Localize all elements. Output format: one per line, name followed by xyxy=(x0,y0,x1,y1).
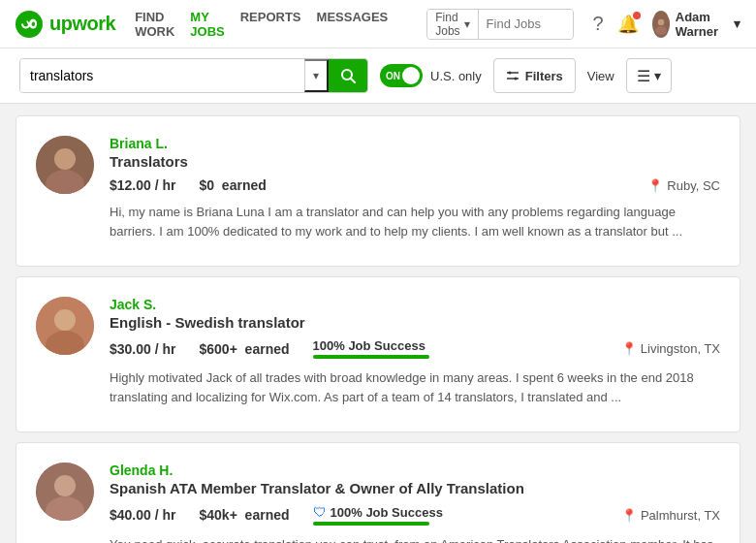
hourly-rate: $30.00 / hr xyxy=(110,341,176,357)
total-earned: $40k+ earned xyxy=(200,507,290,523)
upwork-logo[interactable]: upwork xyxy=(16,11,115,38)
svg-point-7 xyxy=(508,72,511,75)
location-pin-icon: 📍 xyxy=(647,178,663,193)
hourly-rate: $40.00 / hr xyxy=(110,507,176,523)
nav-messages[interactable]: MESSAGES xyxy=(317,10,389,39)
job-success-fill xyxy=(313,522,429,526)
nav-links: FIND WORK MY JOBS REPORTS MESSAGES xyxy=(135,10,388,39)
freelancer-description: Hi, my name is Briana Luna I am a transl… xyxy=(110,203,720,240)
svg-line-4 xyxy=(351,79,355,82)
user-name: Adam Warner xyxy=(676,10,728,39)
chevron-down-icon: ▾ xyxy=(464,17,470,31)
freelancer-card: Jack S. English - Swedish translator $30… xyxy=(16,276,740,432)
total-earned: $600+ earned xyxy=(200,341,290,357)
avatar xyxy=(36,297,94,355)
shield-icon: 🛡 xyxy=(313,504,327,520)
freelancer-title: Translators xyxy=(110,153,720,170)
location-pin-icon: 📍 xyxy=(621,341,637,356)
nav-search-input[interactable] xyxy=(479,10,574,39)
search-submit-btn[interactable] xyxy=(329,58,367,93)
top-navigation: upwork FIND WORK MY JOBS REPORTS MESSAGE… xyxy=(0,0,756,48)
freelancer-name[interactable]: Jack S. xyxy=(110,297,720,312)
card-meta: $30.00 / hr $600+ earned 100% Job Succes… xyxy=(110,338,720,359)
freelancer-name[interactable]: Briana L. xyxy=(110,136,720,151)
job-success: 100% Job Success xyxy=(313,338,429,359)
svg-point-8 xyxy=(514,78,517,80)
card-meta: $40.00 / hr $40k+ earned 🛡 100% Job Succ… xyxy=(110,504,720,526)
nav-find-work[interactable]: FIND WORK xyxy=(135,10,174,39)
filters-label: Filters xyxy=(525,69,563,83)
svg-point-16 xyxy=(54,475,76,496)
card-meta: $12.00 / hr $0 earned 📍 Ruby, SC xyxy=(110,177,720,193)
freelancer-description: Highly motivated Jack of all trades with… xyxy=(110,368,720,406)
toggle-knob xyxy=(402,67,420,84)
us-only-toggle[interactable]: ON xyxy=(380,64,423,87)
logo-text: upwork xyxy=(49,13,115,35)
freelancer-card: Glenda H. Spanish ATA Member Translator … xyxy=(16,442,740,543)
avatar xyxy=(652,11,670,38)
view-label: View xyxy=(587,69,614,83)
freelancer-name[interactable]: Glenda H. xyxy=(110,463,720,478)
total-earned: $0 earned xyxy=(200,177,267,193)
filters-button[interactable]: Filters xyxy=(493,58,576,93)
help-icon[interactable]: ? xyxy=(593,13,604,35)
job-success-bar xyxy=(313,355,429,359)
search-wrap: translators ▾ xyxy=(19,58,368,93)
location: 📍 Ruby, SC xyxy=(647,178,720,193)
freelancer-list: Briana L. Translators $12.00 / hr $0 ear… xyxy=(0,104,756,543)
filter-bar: translators ▾ ON U.S. only Filters View … xyxy=(0,48,756,104)
freelancer-card: Briana L. Translators $12.00 / hr $0 ear… xyxy=(16,115,740,267)
svg-point-13 xyxy=(54,309,76,331)
job-success-bar xyxy=(313,522,429,526)
svg-point-2 xyxy=(655,25,667,34)
location: 📍 Livingston, TX xyxy=(621,341,720,356)
freelancer-title: Spanish ATA Member Translator & Owner of… xyxy=(110,480,720,496)
logo-circle-icon xyxy=(16,11,43,38)
list-view-icon: ☰ xyxy=(637,67,650,85)
location: 📍 Palmhurst, TX xyxy=(621,508,720,523)
view-toggle[interactable]: ☰ ▾ xyxy=(626,58,672,93)
job-success-fill xyxy=(313,355,429,359)
freelancer-title: English - Swedish translator xyxy=(110,314,720,331)
nav-search-bar: Find Jobs ▾ xyxy=(426,9,573,40)
search-type-selector[interactable]: Find Jobs ▾ xyxy=(427,10,478,39)
search-type-label: Find Jobs xyxy=(435,11,459,38)
svg-point-1 xyxy=(657,18,663,24)
card-body: Jack S. English - Swedish translator $30… xyxy=(110,297,720,412)
notifications-icon[interactable]: 🔔 xyxy=(617,14,639,35)
svg-point-10 xyxy=(54,148,76,170)
nav-my-jobs[interactable]: MY JOBS xyxy=(190,10,224,39)
toggle-on-label: ON xyxy=(386,71,400,81)
avatar xyxy=(36,136,94,194)
search-dropdown-btn[interactable]: ▾ xyxy=(304,59,329,92)
freelancer-search-input[interactable]: translators xyxy=(20,59,304,92)
job-success-shield: 🛡 100% Job Success xyxy=(313,504,443,520)
us-only-toggle-wrap: ON U.S. only xyxy=(380,64,482,87)
nav-icon-group: ? 🔔 Adam Warner ▾ xyxy=(593,10,740,39)
card-body: Glenda H. Spanish ATA Member Translator … xyxy=(110,463,720,543)
location-pin-icon: 📍 xyxy=(621,508,637,523)
nav-reports[interactable]: REPORTS xyxy=(240,10,301,39)
view-chevron-icon: ▾ xyxy=(654,68,661,83)
hourly-rate: $12.00 / hr xyxy=(110,177,176,193)
freelancer-description: You need quick, accurate translation you… xyxy=(110,535,720,543)
user-menu-chevron: ▾ xyxy=(734,16,740,31)
job-success: 🛡 100% Job Success xyxy=(313,504,443,526)
user-menu[interactable]: Adam Warner ▾ xyxy=(652,10,740,39)
card-body: Briana L. Translators $12.00 / hr $0 ear… xyxy=(110,136,720,246)
avatar xyxy=(36,463,94,521)
us-only-label: U.S. only xyxy=(430,69,482,83)
